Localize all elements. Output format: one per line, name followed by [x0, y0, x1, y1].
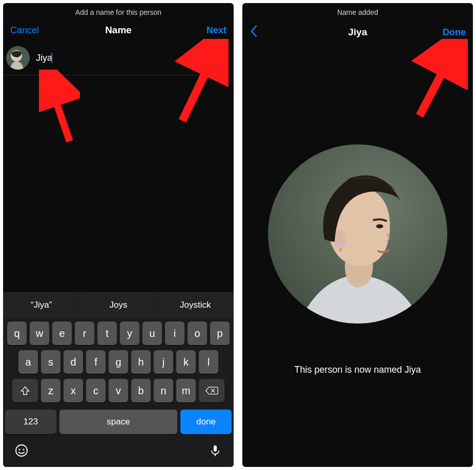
key-e[interactable]: e	[52, 322, 72, 345]
navbar-left: Cancel Name Next	[3, 20, 234, 43]
suggestion-1[interactable]: “Jiya”	[3, 292, 80, 318]
key-r[interactable]: r	[75, 322, 94, 345]
space-key[interactable]: space	[59, 410, 177, 434]
name-input-row: Jiya	[3, 43, 234, 75]
key-t[interactable]: t	[97, 322, 117, 345]
cancel-button[interactable]: Cancel	[10, 25, 39, 35]
name-input[interactable]: Jiya	[36, 53, 52, 63]
svg-point-17	[336, 242, 341, 247]
navbar-right: Jiya Done	[242, 20, 473, 47]
key-n[interactable]: n	[154, 379, 173, 402]
svg-rect-11	[214, 445, 217, 452]
svg-line-3	[48, 79, 70, 141]
backspace-key[interactable]	[199, 379, 224, 402]
nav-title-left: Name	[105, 25, 132, 36]
svg-point-18	[339, 248, 342, 251]
annotation-arrow-done	[406, 39, 468, 121]
avatar-thumbnail[interactable]	[6, 46, 30, 70]
key-y[interactable]: y	[120, 322, 139, 345]
key-row-2: a s d f g h j k l	[5, 350, 232, 374]
key-k[interactable]: k	[176, 350, 196, 374]
suggestion-3[interactable]: Joystick	[157, 292, 234, 318]
svg-point-10	[23, 448, 24, 450]
key-c[interactable]: c	[86, 379, 106, 402]
annotation-arrow-input	[39, 70, 80, 146]
key-v[interactable]: v	[109, 379, 128, 402]
key-b[interactable]: b	[131, 379, 151, 402]
key-row-1: q w e r t y u i o p	[5, 322, 232, 345]
key-p[interactable]: p	[210, 322, 230, 345]
nav-title-right: Jiya	[348, 27, 367, 38]
keyboard-done-key[interactable]: done	[180, 410, 232, 434]
numbers-key[interactable]: 123	[5, 410, 56, 434]
left-panel: Add a name for this person Cancel Name N…	[3, 3, 234, 467]
suggestion-2[interactable]: Joys	[80, 292, 157, 318]
keyboard: “Jiya” Joys Joystick q w e r t y u i o p…	[3, 292, 234, 467]
back-button[interactable]	[250, 25, 259, 40]
next-button[interactable]: Next	[206, 25, 226, 35]
key-i[interactable]: i	[165, 322, 184, 345]
key-m[interactable]: m	[176, 379, 196, 402]
person-photo	[268, 144, 447, 324]
key-j[interactable]: j	[154, 350, 173, 374]
key-row-bottom: 123 space done	[3, 410, 234, 438]
key-x[interactable]: x	[64, 379, 83, 402]
svg-point-8	[16, 445, 27, 456]
key-q[interactable]: q	[7, 322, 27, 345]
mic-icon[interactable]	[208, 443, 222, 458]
text-cursor	[51, 53, 52, 63]
svg-point-9	[18, 448, 20, 450]
svg-point-19	[376, 224, 383, 228]
key-h[interactable]: h	[131, 350, 151, 374]
confirmation-text: This person is now named Jiya	[242, 365, 473, 375]
key-s[interactable]: s	[41, 350, 60, 374]
caption-right: Name added	[242, 3, 473, 20]
key-f[interactable]: f	[86, 350, 106, 374]
emoji-icon[interactable]	[14, 443, 29, 458]
key-g[interactable]: g	[109, 350, 128, 374]
key-w[interactable]: w	[30, 322, 49, 345]
key-z[interactable]: z	[41, 379, 60, 402]
key-a[interactable]: a	[18, 350, 38, 374]
key-d[interactable]: d	[64, 350, 83, 374]
svg-line-14	[420, 47, 456, 116]
key-u[interactable]: u	[142, 322, 162, 345]
key-o[interactable]: o	[188, 322, 207, 345]
shift-key[interactable]	[12, 379, 38, 402]
suggestion-bar: “Jiya” Joys Joystick	[3, 292, 234, 318]
keyboard-footer	[3, 438, 234, 467]
key-row-3: z x c v b n m	[5, 379, 232, 402]
right-panel: Name added Jiya Done	[242, 3, 473, 467]
done-button[interactable]: Done	[443, 27, 466, 37]
key-l[interactable]: l	[199, 350, 218, 374]
caption-left: Add a name for this person	[3, 3, 234, 20]
